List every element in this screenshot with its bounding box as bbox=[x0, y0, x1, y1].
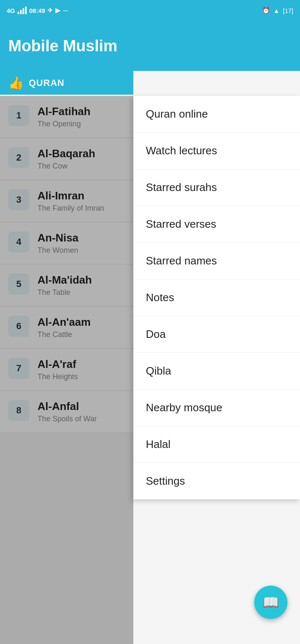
status-bar: 4G 08:49 ✈ ▶ ··· ⏰ ▲ [17] bbox=[0, 0, 300, 21]
menu-item-quran-online[interactable]: Quran online bbox=[133, 96, 300, 133]
tab-bar[interactable]: 👍 QURAN bbox=[0, 71, 133, 96]
youtube-icon: ▶ bbox=[55, 7, 60, 14]
overlay-backdrop[interactable] bbox=[0, 96, 133, 644]
menu-item-nearby-mosque[interactable]: Nearby mosque bbox=[133, 390, 300, 426]
wifi-icon: ▲ bbox=[273, 7, 280, 14]
menu-item-starred-verses[interactable]: Starred verses bbox=[133, 206, 300, 243]
battery-indicator: [17] bbox=[283, 7, 293, 14]
clock-time: 08:49 bbox=[29, 7, 45, 14]
book-icon: 📖 bbox=[262, 594, 279, 610]
menu-item-doa[interactable]: Doa bbox=[133, 316, 300, 353]
bar1 bbox=[18, 12, 19, 14]
bar2 bbox=[20, 10, 22, 14]
menu-item-halal[interactable]: Halal bbox=[133, 426, 300, 463]
thumb-up-icon: 👍 bbox=[8, 75, 24, 90]
menu-item-qibla[interactable]: Qibla bbox=[133, 353, 300, 390]
bar3 bbox=[22, 8, 24, 14]
dropdown-menu: Quran onlineWatch lecturesStarred surahs… bbox=[133, 96, 300, 499]
alarm-icon: ⏰ bbox=[262, 7, 270, 14]
fab-button[interactable]: 📖 bbox=[254, 586, 288, 619]
more-icon: ··· bbox=[63, 7, 68, 14]
signal-bars bbox=[18, 7, 27, 14]
menu-item-starred-names[interactable]: Starred names bbox=[133, 243, 300, 279]
telegram-icon: ✈ bbox=[48, 7, 53, 14]
app-title: Mobile Muslim bbox=[8, 37, 292, 55]
status-left: 4G 08:49 ✈ ▶ ··· bbox=[7, 7, 68, 14]
network-indicator: 4G bbox=[7, 7, 15, 14]
menu-item-starred-surahs[interactable]: Starred surahs bbox=[133, 169, 300, 206]
status-right: ⏰ ▲ [17] bbox=[262, 7, 293, 14]
menu-item-watch-lectures[interactable]: Watch lectures bbox=[133, 133, 300, 169]
bar4 bbox=[25, 7, 27, 14]
app-header: Mobile Muslim bbox=[0, 21, 300, 71]
quran-tab[interactable]: QURAN bbox=[29, 78, 65, 88]
menu-item-settings[interactable]: Settings bbox=[133, 463, 300, 499]
menu-item-notes[interactable]: Notes bbox=[133, 279, 300, 316]
